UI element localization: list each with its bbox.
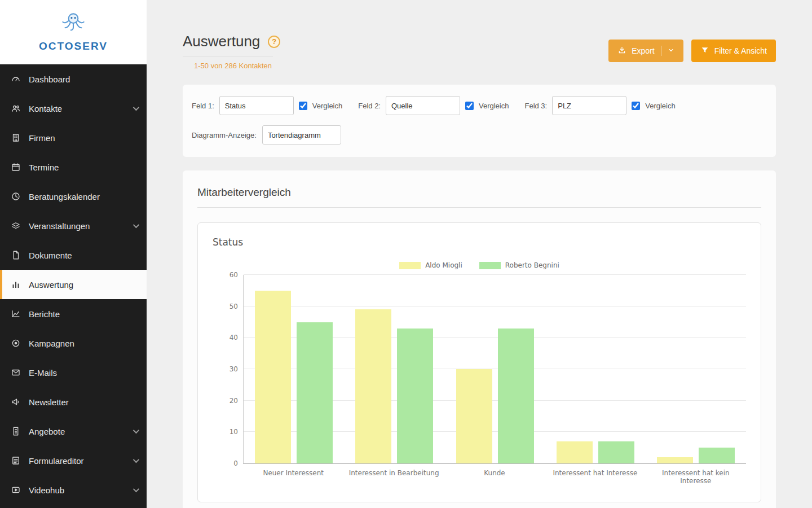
y-axis-tick: 0 (218, 459, 238, 467)
bar-group (344, 275, 444, 463)
filter-view-button[interactable]: Filter & Ansicht (691, 40, 776, 62)
x-axis-label: Neuer Interessent (243, 469, 343, 485)
sidebar-item-dokumente[interactable]: Dokumente (0, 240, 147, 270)
octopus-logo-icon (58, 12, 89, 38)
bar[interactable] (397, 329, 433, 463)
sidebar-item-label: Berichte (29, 309, 60, 319)
field2-compare-checkbox[interactable] (465, 102, 474, 110)
page-header: Auswertung ? 1-50 von 286 Kontakten Expo… (183, 0, 776, 70)
field2-label: Feld 2: (358, 102, 381, 110)
logo-text: OCTOSERV (39, 40, 108, 52)
sidebar-item-dashboard[interactable]: Dashboard (0, 64, 147, 94)
sidebar-item-emails[interactable]: E-Mails (0, 358, 147, 387)
chevron-down-icon (133, 222, 139, 228)
bar[interactable] (699, 448, 735, 463)
sidebar-item-label: E-Mails (29, 368, 57, 378)
header-actions: Export Filter & Ansicht (608, 40, 776, 62)
chart-title: Status (213, 237, 746, 248)
video-icon (10, 484, 21, 496)
field3-compare-checkbox[interactable] (632, 102, 640, 110)
field1-input[interactable] (219, 96, 294, 115)
sidebar-item-label: Videohub (29, 485, 64, 495)
layers-icon (10, 220, 21, 231)
sidebar-item-angebote[interactable]: Angebote (0, 417, 147, 446)
filter-button-label: Filter & Ansicht (714, 46, 767, 55)
sidebar: OCTOSERV DashboardKontakteFirmenTermineB… (0, 0, 147, 508)
sidebar-item-label: Angebote (29, 427, 65, 436)
logo[interactable]: OCTOSERV (0, 0, 147, 64)
y-axis-tick: 20 (218, 397, 238, 405)
x-axis-label: Kunde (444, 469, 545, 485)
bar-group (444, 275, 545, 463)
field3-label: Feld 3: (524, 102, 547, 110)
chevron-down-icon (133, 457, 139, 463)
bar[interactable] (598, 441, 634, 463)
target-icon (10, 338, 21, 349)
diagram-display-input[interactable] (262, 125, 341, 144)
calendar-icon (10, 161, 21, 173)
sidebar-item-newsletter[interactable]: Newsletter (0, 387, 147, 417)
bar[interactable] (255, 291, 291, 463)
sidebar-item-beratungskalender[interactable]: Beratungskalender (0, 182, 147, 211)
export-button-label: Export (632, 46, 654, 55)
legend-item: Roberto Begnini (479, 261, 559, 269)
document-icon (10, 249, 21, 261)
field-group-1: Feld 1: Vergleich (192, 96, 342, 115)
sidebar-item-auswertung[interactable]: Auswertung (0, 270, 147, 299)
sidebar-item-label: Newsletter (29, 397, 69, 407)
sidebar-item-formulareditor[interactable]: Formulareditor (0, 446, 147, 475)
sidebar-item-label: Beratungskalender (29, 192, 100, 202)
field3-input[interactable] (552, 96, 626, 115)
x-axis-label: Interessent in Bearbeitung (343, 469, 444, 485)
help-icon[interactable]: ? (268, 36, 280, 48)
title-divider (183, 56, 273, 56)
bar-group (646, 275, 746, 463)
chart-card: Mitarbeitervergleich Status Aldo MiogliR… (183, 170, 776, 508)
field3-compare-label: Vergleich (645, 102, 675, 110)
export-button[interactable]: Export (608, 40, 683, 62)
x-axis-label: Interessent hat kein Interesse (646, 469, 746, 485)
download-icon (617, 46, 626, 56)
sidebar-item-videohub[interactable]: Videohub (0, 475, 147, 505)
diagram-row: Diagramm-Anzeige: (192, 125, 767, 144)
bar[interactable] (557, 441, 593, 463)
bar-group (545, 275, 646, 463)
filter-card: Feld 1: Vergleich Feld 2: Vergleich Feld… (183, 85, 776, 157)
chart-box: Status Aldo MiogliRoberto Begnini 010203… (197, 222, 761, 502)
bar-chart-icon (10, 279, 21, 290)
y-axis-tick: 40 (218, 334, 238, 341)
sidebar-item-termine[interactable]: Termine (0, 152, 147, 182)
sidebar-item-label: Dokumente (29, 251, 72, 260)
sidebar-item-berichte[interactable]: Berichte (0, 299, 147, 329)
field1-compare-checkbox[interactable] (299, 102, 307, 110)
sidebar-item-label: Formulareditor (29, 456, 84, 466)
sidebar-item-kontakte[interactable]: Kontakte (0, 94, 147, 123)
field2-compare-label: Vergleich (479, 102, 509, 110)
sidebar-item-kampagnen[interactable]: Kampagnen (0, 329, 147, 358)
speaker-icon (10, 396, 21, 408)
x-axis-labels: Neuer InteressentInteressent in Bearbeit… (243, 469, 746, 485)
bar[interactable] (498, 329, 534, 463)
sidebar-item-label: Firmen (29, 133, 55, 143)
chevron-down-icon (668, 46, 674, 55)
legend-item: Aldo Miogli (399, 261, 462, 269)
gauge-icon (10, 73, 21, 85)
sidebar-item-firmen[interactable]: Firmen (0, 123, 147, 152)
sidebar-item-veranstaltungen[interactable]: Veranstaltungen (0, 211, 147, 240)
mail-icon (10, 367, 21, 378)
bar[interactable] (355, 309, 391, 463)
bar[interactable] (456, 369, 492, 463)
title-block: Auswertung ? 1-50 von 286 Kontakten (183, 33, 280, 70)
bar[interactable] (297, 322, 333, 464)
x-axis-label: Interessent hat Interesse (545, 469, 645, 485)
line-chart-icon (10, 308, 21, 319)
legend-swatch (479, 262, 501, 269)
bar[interactable] (657, 457, 693, 463)
sidebar-item-label: Auswertung (29, 280, 73, 290)
y-axis-tick: 50 (218, 303, 238, 310)
y-axis-tick: 10 (218, 428, 238, 436)
fields-row: Feld 1: Vergleich Feld 2: Vergleich Feld… (192, 96, 767, 115)
sidebar-item-label: Veranstaltungen (29, 221, 90, 231)
chart-legend: Aldo MiogliRoberto Begnini (213, 261, 746, 269)
field2-input[interactable] (386, 96, 460, 115)
